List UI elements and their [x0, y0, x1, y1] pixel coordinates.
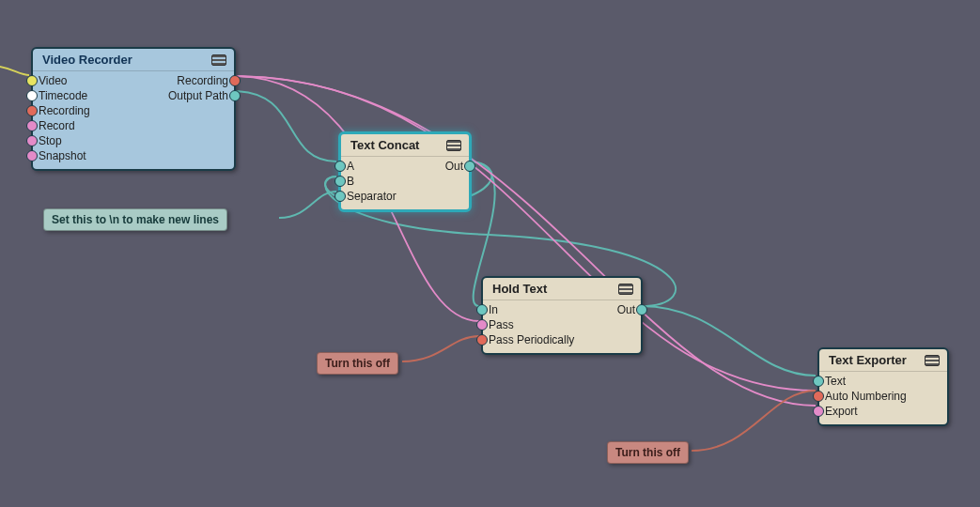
node-hold-text[interactable]: Hold Text In Out Pass Pass Periodically	[481, 276, 643, 355]
port-label: Snapshot	[39, 148, 86, 163]
port-label: Pass Periodically	[489, 332, 574, 347]
port-label: Stop	[39, 133, 62, 148]
note-text: Turn this off	[325, 357, 390, 370]
port-label: Pass	[489, 317, 514, 332]
grip-icon[interactable]	[211, 54, 226, 66]
grip-icon[interactable]	[618, 284, 633, 295]
node-title: Hold Text	[492, 282, 547, 296]
port-label: Timecode	[39, 88, 87, 103]
node-title: Text Exporter	[829, 353, 907, 367]
port-label: Out	[445, 159, 463, 174]
node-text-exporter[interactable]: Text Exporter Text Auto Numbering Export	[817, 347, 949, 426]
note-auto-numbering[interactable]: Turn this off	[607, 441, 689, 464]
note-text: Turn this off	[615, 446, 680, 459]
port-label: Separator	[347, 189, 397, 204]
grip-icon[interactable]	[925, 355, 940, 366]
port-label: Recording	[39, 103, 90, 118]
port-label: Auto Numbering	[825, 389, 907, 404]
port-label: Text	[825, 374, 846, 389]
port-label: Export	[825, 404, 858, 419]
note-pass-periodically[interactable]: Turn this off	[317, 352, 398, 375]
node-text-concat[interactable]: Text Concat A Out B Separator	[338, 131, 472, 212]
node-video-recorder[interactable]: Video Recorder Video Recording Timecode …	[31, 47, 236, 171]
port-label: B	[347, 174, 354, 189]
note-separator[interactable]: Set this to \n to make new lines	[43, 208, 227, 231]
port-label: Record	[39, 118, 75, 133]
note-text: Set this to \n to make new lines	[52, 213, 219, 226]
port-label: A	[347, 159, 354, 174]
node-title: Video Recorder	[42, 53, 132, 67]
port-label: Recording	[177, 73, 228, 88]
node-graph-canvas[interactable]: Video Recorder Video Recording Timecode …	[0, 0, 980, 507]
port-label: Output Path	[168, 88, 228, 103]
port-label: Video	[39, 73, 67, 88]
node-title: Text Concat	[350, 138, 419, 152]
port-label: Out	[617, 302, 635, 317]
grip-icon[interactable]	[446, 140, 461, 151]
port-label: In	[489, 302, 498, 317]
